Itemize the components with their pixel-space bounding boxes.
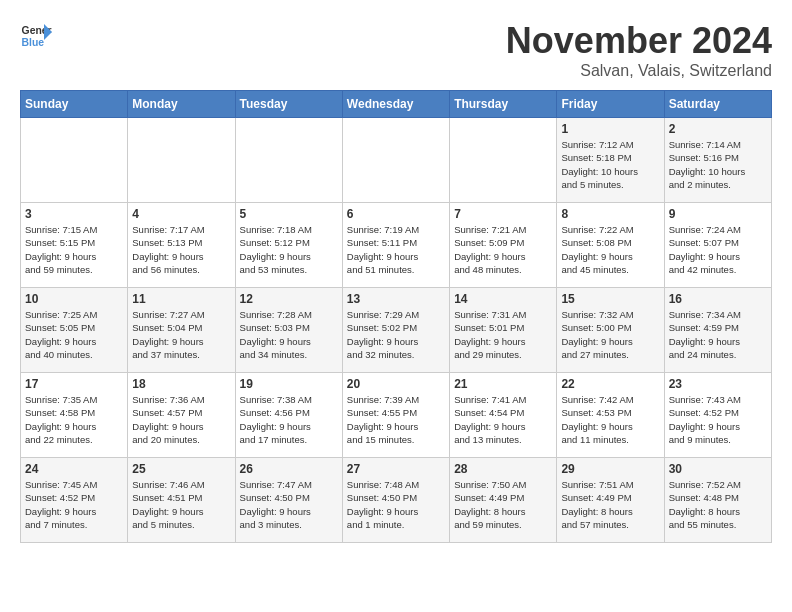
day-number: 16 bbox=[669, 292, 767, 306]
header: General Blue November 2024 Salvan, Valai… bbox=[20, 20, 772, 80]
header-day-thursday: Thursday bbox=[450, 91, 557, 118]
calendar-cell bbox=[235, 118, 342, 203]
calendar-cell: 24Sunrise: 7:45 AM Sunset: 4:52 PM Dayli… bbox=[21, 458, 128, 543]
calendar-cell: 16Sunrise: 7:34 AM Sunset: 4:59 PM Dayli… bbox=[664, 288, 771, 373]
day-info: Sunrise: 7:52 AM Sunset: 4:48 PM Dayligh… bbox=[669, 478, 767, 531]
calendar-cell: 18Sunrise: 7:36 AM Sunset: 4:57 PM Dayli… bbox=[128, 373, 235, 458]
day-number: 17 bbox=[25, 377, 123, 391]
calendar-header: SundayMondayTuesdayWednesdayThursdayFrid… bbox=[21, 91, 772, 118]
calendar-table: SundayMondayTuesdayWednesdayThursdayFrid… bbox=[20, 90, 772, 543]
day-info: Sunrise: 7:25 AM Sunset: 5:05 PM Dayligh… bbox=[25, 308, 123, 361]
day-info: Sunrise: 7:27 AM Sunset: 5:04 PM Dayligh… bbox=[132, 308, 230, 361]
day-info: Sunrise: 7:24 AM Sunset: 5:07 PM Dayligh… bbox=[669, 223, 767, 276]
day-info: Sunrise: 7:15 AM Sunset: 5:15 PM Dayligh… bbox=[25, 223, 123, 276]
calendar-cell: 17Sunrise: 7:35 AM Sunset: 4:58 PM Dayli… bbox=[21, 373, 128, 458]
calendar-cell: 28Sunrise: 7:50 AM Sunset: 4:49 PM Dayli… bbox=[450, 458, 557, 543]
day-number: 13 bbox=[347, 292, 445, 306]
day-number: 22 bbox=[561, 377, 659, 391]
day-info: Sunrise: 7:31 AM Sunset: 5:01 PM Dayligh… bbox=[454, 308, 552, 361]
calendar-cell: 27Sunrise: 7:48 AM Sunset: 4:50 PM Dayli… bbox=[342, 458, 449, 543]
calendar-cell: 5Sunrise: 7:18 AM Sunset: 5:12 PM Daylig… bbox=[235, 203, 342, 288]
calendar-cell: 13Sunrise: 7:29 AM Sunset: 5:02 PM Dayli… bbox=[342, 288, 449, 373]
calendar-cell: 25Sunrise: 7:46 AM Sunset: 4:51 PM Dayli… bbox=[128, 458, 235, 543]
day-number: 19 bbox=[240, 377, 338, 391]
calendar-cell: 20Sunrise: 7:39 AM Sunset: 4:55 PM Dayli… bbox=[342, 373, 449, 458]
logo: General Blue bbox=[20, 20, 52, 52]
calendar-cell: 11Sunrise: 7:27 AM Sunset: 5:04 PM Dayli… bbox=[128, 288, 235, 373]
day-number: 15 bbox=[561, 292, 659, 306]
calendar-cell: 7Sunrise: 7:21 AM Sunset: 5:09 PM Daylig… bbox=[450, 203, 557, 288]
day-number: 5 bbox=[240, 207, 338, 221]
day-number: 7 bbox=[454, 207, 552, 221]
logo-icon: General Blue bbox=[20, 20, 52, 52]
week-row-1: 3Sunrise: 7:15 AM Sunset: 5:15 PM Daylig… bbox=[21, 203, 772, 288]
day-info: Sunrise: 7:43 AM Sunset: 4:52 PM Dayligh… bbox=[669, 393, 767, 446]
day-number: 2 bbox=[669, 122, 767, 136]
calendar-cell bbox=[128, 118, 235, 203]
day-info: Sunrise: 7:22 AM Sunset: 5:08 PM Dayligh… bbox=[561, 223, 659, 276]
week-row-3: 17Sunrise: 7:35 AM Sunset: 4:58 PM Dayli… bbox=[21, 373, 772, 458]
day-number: 10 bbox=[25, 292, 123, 306]
day-number: 21 bbox=[454, 377, 552, 391]
day-info: Sunrise: 7:39 AM Sunset: 4:55 PM Dayligh… bbox=[347, 393, 445, 446]
calendar-cell: 2Sunrise: 7:14 AM Sunset: 5:16 PM Daylig… bbox=[664, 118, 771, 203]
day-number: 28 bbox=[454, 462, 552, 476]
day-info: Sunrise: 7:47 AM Sunset: 4:50 PM Dayligh… bbox=[240, 478, 338, 531]
calendar-cell: 8Sunrise: 7:22 AM Sunset: 5:08 PM Daylig… bbox=[557, 203, 664, 288]
day-info: Sunrise: 7:21 AM Sunset: 5:09 PM Dayligh… bbox=[454, 223, 552, 276]
day-number: 8 bbox=[561, 207, 659, 221]
day-number: 6 bbox=[347, 207, 445, 221]
day-number: 4 bbox=[132, 207, 230, 221]
day-info: Sunrise: 7:28 AM Sunset: 5:03 PM Dayligh… bbox=[240, 308, 338, 361]
calendar-cell: 26Sunrise: 7:47 AM Sunset: 4:50 PM Dayli… bbox=[235, 458, 342, 543]
day-info: Sunrise: 7:51 AM Sunset: 4:49 PM Dayligh… bbox=[561, 478, 659, 531]
day-number: 1 bbox=[561, 122, 659, 136]
header-day-friday: Friday bbox=[557, 91, 664, 118]
calendar-cell: 12Sunrise: 7:28 AM Sunset: 5:03 PM Dayli… bbox=[235, 288, 342, 373]
calendar-cell: 21Sunrise: 7:41 AM Sunset: 4:54 PM Dayli… bbox=[450, 373, 557, 458]
header-row: SundayMondayTuesdayWednesdayThursdayFrid… bbox=[21, 91, 772, 118]
day-info: Sunrise: 7:35 AM Sunset: 4:58 PM Dayligh… bbox=[25, 393, 123, 446]
calendar-cell bbox=[342, 118, 449, 203]
month-title: November 2024 bbox=[506, 20, 772, 62]
day-number: 27 bbox=[347, 462, 445, 476]
day-info: Sunrise: 7:48 AM Sunset: 4:50 PM Dayligh… bbox=[347, 478, 445, 531]
day-number: 9 bbox=[669, 207, 767, 221]
calendar-cell: 22Sunrise: 7:42 AM Sunset: 4:53 PM Dayli… bbox=[557, 373, 664, 458]
day-info: Sunrise: 7:45 AM Sunset: 4:52 PM Dayligh… bbox=[25, 478, 123, 531]
day-info: Sunrise: 7:36 AM Sunset: 4:57 PM Dayligh… bbox=[132, 393, 230, 446]
calendar-cell: 6Sunrise: 7:19 AM Sunset: 5:11 PM Daylig… bbox=[342, 203, 449, 288]
day-number: 20 bbox=[347, 377, 445, 391]
day-info: Sunrise: 7:32 AM Sunset: 5:00 PM Dayligh… bbox=[561, 308, 659, 361]
header-day-monday: Monday bbox=[128, 91, 235, 118]
day-info: Sunrise: 7:42 AM Sunset: 4:53 PM Dayligh… bbox=[561, 393, 659, 446]
day-number: 25 bbox=[132, 462, 230, 476]
calendar-cell: 9Sunrise: 7:24 AM Sunset: 5:07 PM Daylig… bbox=[664, 203, 771, 288]
header-day-wednesday: Wednesday bbox=[342, 91, 449, 118]
day-number: 23 bbox=[669, 377, 767, 391]
calendar-cell: 29Sunrise: 7:51 AM Sunset: 4:49 PM Dayli… bbox=[557, 458, 664, 543]
calendar-cell: 14Sunrise: 7:31 AM Sunset: 5:01 PM Dayli… bbox=[450, 288, 557, 373]
week-row-0: 1Sunrise: 7:12 AM Sunset: 5:18 PM Daylig… bbox=[21, 118, 772, 203]
calendar-cell: 30Sunrise: 7:52 AM Sunset: 4:48 PM Dayli… bbox=[664, 458, 771, 543]
week-row-4: 24Sunrise: 7:45 AM Sunset: 4:52 PM Dayli… bbox=[21, 458, 772, 543]
calendar-cell: 10Sunrise: 7:25 AM Sunset: 5:05 PM Dayli… bbox=[21, 288, 128, 373]
location-title: Salvan, Valais, Switzerland bbox=[506, 62, 772, 80]
day-number: 29 bbox=[561, 462, 659, 476]
header-day-tuesday: Tuesday bbox=[235, 91, 342, 118]
day-number: 14 bbox=[454, 292, 552, 306]
day-info: Sunrise: 7:19 AM Sunset: 5:11 PM Dayligh… bbox=[347, 223, 445, 276]
day-info: Sunrise: 7:38 AM Sunset: 4:56 PM Dayligh… bbox=[240, 393, 338, 446]
day-info: Sunrise: 7:14 AM Sunset: 5:16 PM Dayligh… bbox=[669, 138, 767, 191]
day-info: Sunrise: 7:12 AM Sunset: 5:18 PM Dayligh… bbox=[561, 138, 659, 191]
day-info: Sunrise: 7:34 AM Sunset: 4:59 PM Dayligh… bbox=[669, 308, 767, 361]
header-day-sunday: Sunday bbox=[21, 91, 128, 118]
day-number: 30 bbox=[669, 462, 767, 476]
calendar-cell: 15Sunrise: 7:32 AM Sunset: 5:00 PM Dayli… bbox=[557, 288, 664, 373]
day-info: Sunrise: 7:18 AM Sunset: 5:12 PM Dayligh… bbox=[240, 223, 338, 276]
calendar-cell: 4Sunrise: 7:17 AM Sunset: 5:13 PM Daylig… bbox=[128, 203, 235, 288]
day-number: 3 bbox=[25, 207, 123, 221]
day-info: Sunrise: 7:29 AM Sunset: 5:02 PM Dayligh… bbox=[347, 308, 445, 361]
svg-text:Blue: Blue bbox=[22, 37, 45, 48]
day-info: Sunrise: 7:17 AM Sunset: 5:13 PM Dayligh… bbox=[132, 223, 230, 276]
